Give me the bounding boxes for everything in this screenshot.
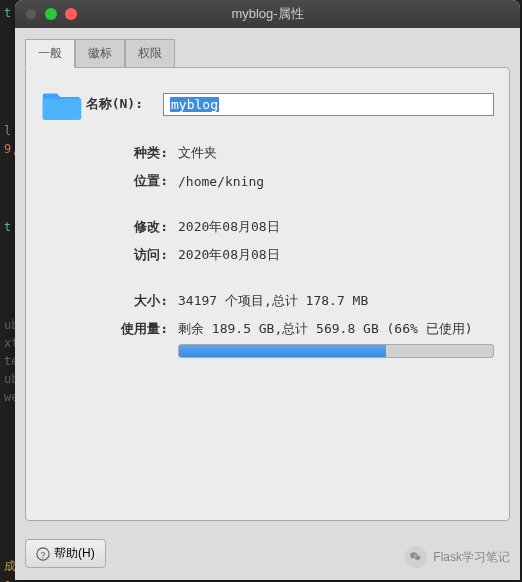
tab-emblems[interactable]: 徽标: [75, 39, 125, 68]
size-label: 大小:: [41, 292, 178, 310]
kind-value: 文件夹: [178, 144, 217, 162]
accessed-value: 2020年08月08日: [178, 246, 280, 264]
modified-label: 修改:: [41, 218, 178, 236]
titlebar[interactable]: myblog-属性: [15, 0, 520, 28]
watermark: Flask学习笔记: [405, 546, 510, 568]
modified-value: 2020年08月08日: [178, 218, 280, 236]
tab-content-general: 名称(N): myblog 种类: 文件夹 位置: /home/kning 修改…: [25, 67, 510, 521]
tabs: 一般 徽标 权限: [15, 28, 520, 67]
name-input[interactable]: myblog: [163, 93, 494, 116]
usage-value: 剩余 189.5 GB,总计 569.8 GB (66% 已使用): [178, 321, 473, 336]
location-value: /home/kning: [178, 174, 264, 189]
usage-progress-fill: [179, 345, 386, 357]
window-minimize-button[interactable]: [45, 8, 57, 20]
watermark-text: Flask学习笔记: [433, 549, 510, 566]
folder-icon: [41, 86, 83, 122]
usage-label: 使用量:: [41, 320, 178, 338]
help-button[interactable]: ? 帮助(H): [25, 539, 106, 568]
location-label: 位置:: [41, 172, 178, 190]
tab-general[interactable]: 一般: [25, 39, 75, 68]
window-title: myblog-属性: [23, 5, 512, 23]
kind-label: 种类:: [41, 144, 178, 162]
tab-permissions[interactable]: 权限: [125, 39, 175, 68]
properties-dialog: myblog-属性 一般 徽标 权限 名称(N): myblog 种类: 文件夹…: [15, 0, 520, 580]
usage-progress-bar: [178, 344, 494, 358]
wechat-icon: [405, 546, 427, 568]
window-close-button[interactable]: [25, 8, 37, 20]
help-icon: ?: [36, 547, 50, 561]
svg-text:?: ?: [41, 549, 46, 559]
window-controls: [25, 8, 77, 20]
name-label: 名称(N):: [83, 95, 153, 113]
window-maximize-button[interactable]: [65, 8, 77, 20]
size-value: 34197 个项目,总计 178.7 MB: [178, 292, 368, 310]
accessed-label: 访问:: [41, 246, 178, 264]
